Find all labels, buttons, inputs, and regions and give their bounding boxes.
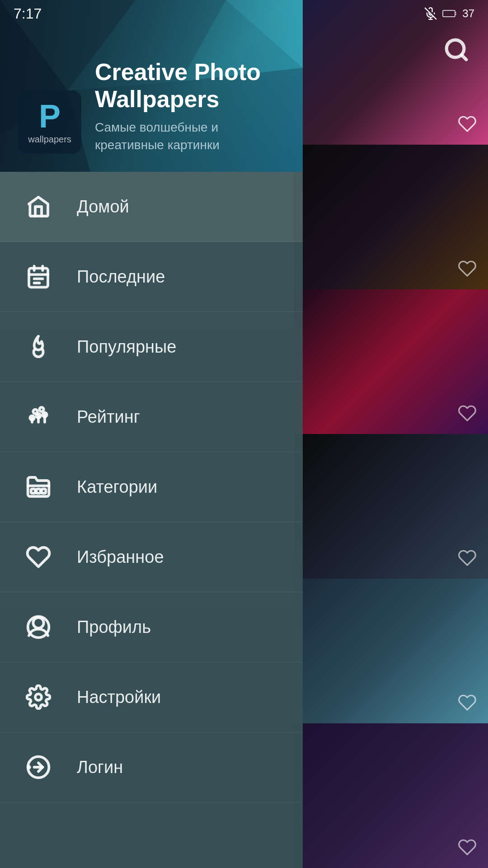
status-bar: 7:17 37 <box>0 0 488 27</box>
sidebar-item-settings-label: Настройки <box>77 688 161 707</box>
sidebar-item-favorites-label: Избранное <box>77 547 164 567</box>
rating-icon <box>23 401 54 433</box>
battery-level: 37 <box>462 7 474 20</box>
navigation-drawer: P wallpapers Creative Photo Wallpapers С… <box>0 0 303 868</box>
svg-point-21 <box>39 407 43 411</box>
list-item[interactable] <box>294 434 488 579</box>
sidebar-item-home[interactable]: Домой <box>0 172 303 242</box>
list-item[interactable] <box>294 145 488 289</box>
list-item[interactable] <box>294 579 488 723</box>
app-logo-letter: P <box>39 100 61 132</box>
sidebar-item-categories-label: Категории <box>77 477 157 497</box>
login-icon <box>23 751 54 783</box>
home-icon <box>23 191 54 222</box>
svg-rect-29 <box>31 489 35 493</box>
settings-icon <box>23 681 54 713</box>
app-title: Creative Photo Wallpapers <box>95 59 285 113</box>
drawer-menu: Домой Последние <box>0 172 303 868</box>
favorite-button[interactable] <box>455 401 479 425</box>
mute-icon <box>424 7 437 20</box>
status-time: 7:17 <box>14 5 42 22</box>
sidebar-item-recent-label: Последние <box>77 267 165 287</box>
sidebar-item-profile-label: Профиль <box>77 618 151 637</box>
app-info: Creative Photo Wallpapers Самые волшебны… <box>95 59 285 154</box>
sidebar-item-categories[interactable]: Категории <box>0 452 303 522</box>
sidebar-item-login[interactable]: Логин <box>0 732 303 802</box>
battery-outline-icon <box>442 9 457 18</box>
svg-rect-3 <box>443 10 455 17</box>
favorite-button[interactable] <box>455 257 479 280</box>
svg-rect-31 <box>42 489 46 493</box>
app-subtitle: Самые волшебные и креативные картинки <box>95 118 285 154</box>
sidebar-item-settings[interactable]: Настройки <box>0 662 303 732</box>
heart-nav-icon <box>23 541 54 573</box>
list-item[interactable] <box>294 723 488 868</box>
favorite-button[interactable] <box>455 835 479 859</box>
sidebar-item-profile[interactable]: Профиль <box>0 592 303 662</box>
sidebar-item-home-label: Домой <box>77 197 129 217</box>
sidebar-item-rating[interactable]: Рейтинг <box>0 382 303 452</box>
sidebar-item-popular-label: Популярные <box>77 337 177 357</box>
svg-rect-30 <box>36 489 40 493</box>
favorite-button[interactable] <box>455 546 479 570</box>
sidebar-item-popular[interactable]: Популярные <box>0 312 303 382</box>
sidebar-item-login-label: Логин <box>77 758 123 777</box>
list-item[interactable] <box>294 289 488 434</box>
app-logo: P wallpapers <box>18 90 81 154</box>
folder-icon <box>23 471 54 503</box>
profile-icon <box>23 611 54 643</box>
wallpaper-grid <box>294 0 488 868</box>
svg-point-34 <box>35 694 42 700</box>
recent-icon <box>23 261 54 292</box>
fire-icon <box>23 331 54 363</box>
app-logo-subtext: wallpapers <box>28 134 71 145</box>
sidebar-item-recent[interactable]: Последние <box>0 242 303 312</box>
favorite-button[interactable] <box>455 112 479 136</box>
status-icons: 37 <box>424 7 474 20</box>
search-button[interactable] <box>438 32 474 68</box>
sidebar-item-favorites[interactable]: Избранное <box>0 522 303 592</box>
favorite-button[interactable] <box>455 691 479 714</box>
sidebar-item-rating-label: Рейтинг <box>77 407 140 427</box>
svg-line-39 <box>461 55 466 60</box>
svg-point-32 <box>33 618 43 628</box>
